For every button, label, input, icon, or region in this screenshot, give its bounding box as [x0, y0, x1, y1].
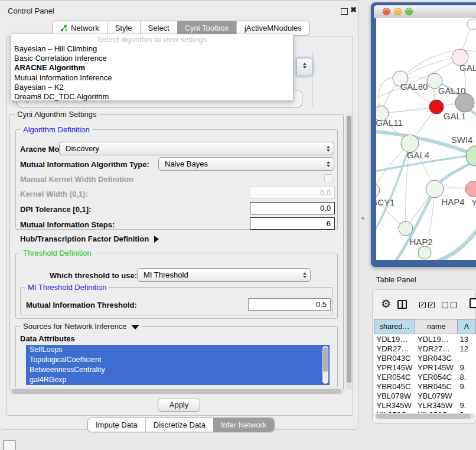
network-node[interactable] [455, 93, 474, 112]
tab-discretize-data[interactable]: Discretize Data [145, 418, 213, 432]
obscured-focused-combobox[interactable] [296, 58, 313, 76]
column-header[interactable]: shared… [374, 319, 415, 334]
aracne-mode-combobox[interactable]: Discovery [59, 142, 334, 155]
gear-icon[interactable]: ⚙ [381, 298, 391, 309]
unchecked-box-icon[interactable] [451, 302, 457, 308]
zoom-traffic-light-icon[interactable] [405, 8, 413, 15]
table-row[interactable]: YBR045CYBR045C9. [374, 381, 476, 391]
which-threshold-combobox[interactable]: MI Threshold [137, 268, 311, 282]
algorithm-dropdown-popup: Select algorithm to view settings Bayesi… [11, 34, 294, 101]
splitpane-collapse-icon[interactable]: ◄ [360, 215, 365, 221]
tab-cyni-toolbox[interactable]: Cyni Toolbox [177, 21, 236, 35]
network-node-hap4[interactable] [426, 180, 444, 198]
data-attribute-item[interactable]: gal4RGexp [26, 375, 330, 385]
minimized-panel-icon[interactable] [3, 440, 16, 450]
tab-jactivemnodules[interactable]: jActiveMNodules [236, 21, 309, 35]
column-header[interactable]: A [458, 319, 476, 334]
table-cell: 12 [458, 344, 476, 353]
mi-steps-input[interactable] [250, 217, 335, 230]
table-row[interactable]: YBR043CYBR043C [374, 353, 476, 363]
table-row[interactable]: YDR27…YDR27…12 [374, 344, 476, 353]
unchecked-box-icon[interactable] [442, 302, 448, 308]
table-panel-title: Table Panel [376, 275, 416, 284]
algorithm-option[interactable]: Bayesian – Hill Climbing [11, 44, 293, 54]
tab-style[interactable]: Style [107, 21, 140, 35]
node-label: SWI4 [451, 135, 473, 145]
tab-label: jActiveMNodules [244, 21, 302, 35]
tab-network[interactable]: Network [53, 21, 107, 35]
which-threshold-label: Which threshold to use: [50, 271, 137, 280]
table-cell: 9. [458, 363, 476, 372]
minimize-traffic-light-icon[interactable] [394, 8, 402, 15]
scrollbar-thumb[interactable] [347, 116, 351, 383]
close-icon[interactable]: ✖ [350, 5, 357, 14]
spinner-arrows-icon [299, 63, 310, 69]
table-row[interactable]: YBL079WYBL079W [374, 391, 476, 400]
sources-legend[interactable]: Sources for Network Inference [21, 322, 142, 331]
settings-vertical-scrollbar[interactable] [345, 113, 353, 390]
document-icon[interactable] [470, 298, 476, 308]
table-cell: YPR145W [415, 363, 458, 372]
table-cell: YLR345W [374, 400, 415, 410]
tab-label: Infer Network [221, 418, 266, 432]
settings-horizontal-scrollbar[interactable] [9, 388, 345, 394]
data-attribute-item[interactable]: SelfLoops [26, 345, 330, 355]
network-node[interactable] [467, 19, 476, 30]
attributes-vertical-scrollbar[interactable] [322, 346, 328, 384]
data-attributes-list[interactable]: SelfLoopsTopologicalCoefficientBetweenne… [26, 345, 330, 385]
tab-impute-data[interactable]: Impute Data [88, 418, 145, 432]
network-node-hap2[interactable] [399, 221, 413, 236]
kernel-width-input[interactable] [250, 187, 335, 199]
tab-select[interactable]: Select [140, 21, 177, 35]
network-node-y[interactable] [465, 181, 476, 197]
tab-infer-network[interactable]: Infer Network [213, 418, 274, 432]
columns-icon[interactable] [397, 300, 407, 309]
checked-box-icon[interactable]: ✓ [428, 302, 435, 308]
network-node[interactable] [418, 246, 431, 259]
float-window-icon[interactable] [341, 8, 348, 15]
table-row[interactable]: YLR345WYLR345W9. [374, 400, 476, 410]
algorithm-option[interactable]: Basic Correlation Inference [11, 54, 293, 63]
cyni-bottom-tabbar: Impute DataDiscretize DataInfer Network [87, 418, 275, 432]
node-label: HAP4 [441, 197, 464, 207]
data-attribute-item[interactable]: BetweennessCentrality [26, 365, 330, 375]
mi-algorithm-type-combobox[interactable]: Naive Bayes [158, 157, 334, 171]
table-cell: YDR27… [374, 344, 415, 353]
scrollbar-thumb[interactable] [12, 389, 341, 394]
network-node-gcy1[interactable] [376, 183, 380, 197]
table-horizontal-scrollbar[interactable] [374, 413, 475, 419]
manual-kernel-width-checkbox[interactable] [324, 174, 332, 182]
algorithm-option[interactable]: ARACNE Algorithm [11, 63, 293, 73]
table-row[interactable]: YDL19…YDL19…13 [374, 334, 476, 344]
network-node-swi4[interactable] [466, 146, 476, 166]
table-row[interactable]: YER054CYER054C8. [374, 372, 476, 381]
table-cell: YLR345W [415, 400, 458, 410]
algorithm-option[interactable]: Mutual Information Inference [11, 73, 293, 83]
control-panel-title: Control Panel [8, 6, 54, 15]
scrollbar-thumb[interactable] [323, 347, 328, 372]
spinner-arrows-icon [323, 161, 334, 167]
data-attribute-item[interactable]: TopologicalCoefficient [26, 355, 330, 365]
collapsed-arrow-icon [154, 236, 159, 243]
apply-button[interactable]: Apply [158, 399, 200, 412]
hub-definition-toggle[interactable]: Hub/Transcription Factor Definition [20, 234, 159, 243]
column-header[interactable]: name [415, 319, 458, 334]
network-node-gal1[interactable] [429, 100, 444, 114]
checked-box-icon[interactable]: ✓ [419, 302, 426, 308]
table-row[interactable]: YPR145WYPR145W9. [374, 363, 476, 372]
algorithm-option[interactable]: Dream8 DC_TDC Algorithm [11, 92, 293, 102]
network-canvas[interactable]: GALGAL80GAL10GAL1GAL11SWI4GAL4GCY1HAP4YH… [376, 18, 476, 260]
mi-algorithm-type-label: Mutual Information Algorithm Type: [20, 160, 149, 169]
scrollbar-thumb[interactable] [376, 414, 471, 419]
obscured-group-border [312, 51, 313, 107]
mi-threshold-definition-legend: MI Threshold Definition [25, 283, 109, 292]
close-traffic-light-icon[interactable] [383, 8, 390, 15]
mi-threshold-input[interactable] [248, 298, 331, 311]
table-cell: YDL19… [415, 334, 458, 344]
dpi-tolerance-label: DPI Tolerance [0,1]: [20, 205, 91, 214]
dpi-tolerance-input[interactable] [250, 202, 335, 214]
table-cell: YBL079W [374, 391, 415, 400]
spinner-arrows-icon [299, 272, 310, 278]
algorithm-option[interactable]: Bayesian – K2 [11, 83, 293, 92]
table-cell: 9. [458, 381, 476, 391]
